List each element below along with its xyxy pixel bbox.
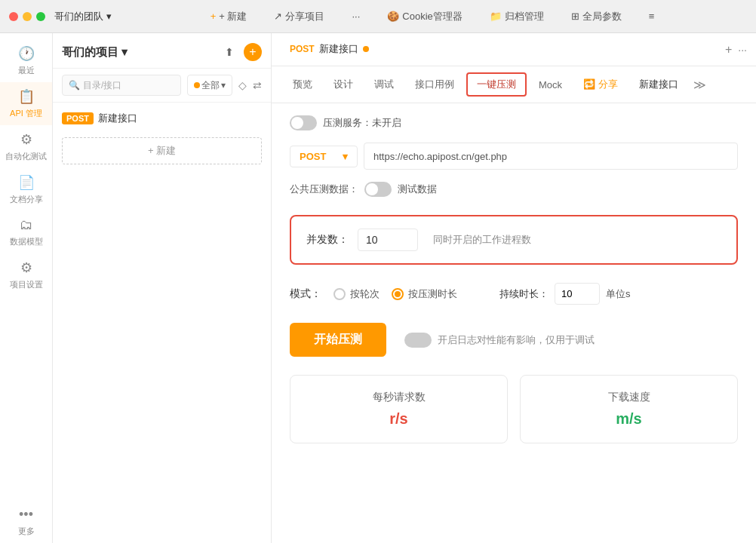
public-data-toggle[interactable]	[364, 182, 392, 197]
sidebar-item-data[interactable]: 🗂 数据模型	[0, 211, 52, 253]
sidebar-item-more[interactable]: ••• 更多	[0, 501, 52, 543]
pressure-service-row: 压测服务：未开启	[290, 115, 738, 130]
tab-mock[interactable]: Mock	[530, 75, 571, 94]
service-toggle[interactable]	[290, 115, 317, 130]
api-icon: 📋	[18, 88, 35, 105]
tab-share[interactable]: 🔁 分享	[574, 74, 627, 95]
more-button[interactable]: ···	[346, 8, 366, 25]
traffic-lights	[9, 12, 45, 21]
add-button[interactable]: +	[244, 43, 262, 61]
stat-card-speed: 下载速度 m/s	[520, 375, 738, 443]
method-select[interactable]: POST ▾	[290, 146, 358, 167]
content-area: POST 新建接口 + ··· 预览 设计 调试 接口用例 一键压测 Mock …	[272, 33, 756, 543]
stats-row: 每秒请求数 r/s 下载速度 m/s	[290, 375, 738, 443]
sidebar: 🕐 最近 📋 API 管理 ⚙ 自动化测试 📄 文档分享 🗂 数据模型 ⚙ 项目…	[0, 33, 53, 543]
more-icon: •••	[19, 507, 33, 523]
data-icon: 🗂	[20, 217, 33, 233]
tab-bar: POST 新建接口 + ···	[272, 33, 756, 66]
tab-new-api[interactable]: 新建接口	[630, 74, 687, 95]
url-row: POST ▾	[290, 143, 738, 170]
add-tab-button[interactable]: +	[725, 43, 732, 57]
sub-tab-more-icon[interactable]: ≫	[693, 78, 706, 92]
start-row: 开始压测 开启日志对性能有影响，仅用于调试	[290, 323, 738, 357]
minimize-btn[interactable]	[23, 12, 32, 21]
api-section-header: POST 新建接口	[53, 106, 271, 131]
stat-rps-title: 每秒请求数	[309, 391, 489, 404]
duration-input[interactable]	[555, 283, 600, 305]
test-data-button[interactable]: 测试数据	[398, 183, 437, 196]
duration-label: 持续时长：	[499, 287, 549, 301]
new-api-button[interactable]: + 新建	[62, 137, 262, 164]
mode-label: 模式：	[290, 287, 321, 301]
main-layout: 🕐 最近 📋 API 管理 ⚙ 自动化测试 📄 文档分享 🗂 数据模型 ⚙ 项目…	[0, 33, 756, 543]
tab-preview[interactable]: 预览	[284, 74, 321, 95]
active-tab[interactable]: POST 新建接口	[281, 33, 378, 66]
log-label: 开启日志对性能有影响，仅用于调试	[438, 333, 595, 347]
close-btn[interactable]	[9, 12, 18, 21]
mode-row: 模式： 按轮次 按压测时长 持续时长： 单位s	[290, 283, 738, 305]
project-header: 哥们的项目 ▾ ⬆ +	[53, 33, 271, 69]
stat-rps-value: r/s	[309, 410, 489, 428]
project-actions: ⬆ +	[220, 42, 262, 62]
radio-group: 按轮次 按压测时长	[333, 287, 457, 301]
tab-actions: + ···	[725, 43, 747, 57]
project-panel: 哥们的项目 ▾ ⬆ + 🔍 目录/接口 全部 ▾ ◇ ⇄ POST	[53, 33, 272, 543]
titlebar: 哥们的团队 ▾ + + 新建 ↗ 分享项目 ··· 🍪 Cookie管理器 📁 …	[0, 0, 756, 33]
duration-group: 持续时长： 单位s	[499, 283, 631, 305]
sidebar-item-recent[interactable]: 🕐 最近	[0, 39, 52, 82]
project-title: 哥们的项目 ▾	[62, 45, 214, 60]
titlebar-center: + + 新建 ↗ 分享项目 ··· 🍪 Cookie管理器 📁 归档管理 ⊞ 全…	[118, 7, 747, 26]
radio-rounds[interactable]: 按轮次	[333, 287, 380, 301]
service-label: 压测服务：未开启	[323, 116, 401, 130]
duration-unit: 单位s	[606, 287, 631, 301]
filter-all-dropdown[interactable]: 全部 ▾	[187, 75, 232, 96]
sub-tabs: 预览 设计 调试 接口用例 一键压测 Mock 🔁 分享 新建接口 ≫	[272, 66, 756, 103]
doc-icon: 📄	[18, 174, 35, 191]
filter-dot	[194, 82, 200, 88]
auto-icon: ⚙	[20, 131, 32, 148]
tab-usage[interactable]: 接口用例	[406, 74, 463, 95]
log-toggle[interactable]	[404, 333, 432, 348]
public-data-row: 公共压测数据： 测试数据	[290, 182, 738, 197]
maximize-btn[interactable]	[36, 12, 45, 21]
tab-stress[interactable]: 一键压测	[466, 72, 527, 97]
sidebar-item-settings[interactable]: ⚙ 项目设置	[0, 253, 52, 296]
url-input[interactable]	[364, 143, 738, 170]
sidebar-item-api[interactable]: 📋 API 管理	[0, 82, 52, 125]
concurrent-desc: 同时开启的工作进程数	[433, 233, 531, 247]
diamond-filter-icon[interactable]: ◇	[238, 79, 247, 91]
sort-icon[interactable]: ⇄	[253, 79, 262, 91]
stat-speed-title: 下载速度	[539, 391, 719, 404]
start-stress-button[interactable]: 开始压测	[290, 323, 386, 357]
log-toggle-row: 开启日志对性能有影响，仅用于调试	[404, 333, 595, 348]
upload-button[interactable]: ⬆	[220, 42, 239, 62]
concurrent-row: 并发数： 同时开启的工作进程数	[290, 215, 738, 265]
search-input[interactable]: 🔍 目录/接口	[62, 75, 181, 96]
settings-icon: ⚙	[20, 259, 32, 276]
content-body: 压测服务：未开启 POST ▾ 公共压测数据： 测试数据 并发数： 同时开	[272, 103, 756, 543]
tab-dot	[363, 46, 369, 52]
recent-icon: 🕐	[18, 45, 35, 62]
share-project-button[interactable]: ↗ 分享项目	[268, 7, 330, 26]
concurrent-input[interactable]	[358, 229, 418, 251]
tab-design[interactable]: 设计	[324, 74, 362, 95]
tab-more-button[interactable]: ···	[738, 44, 747, 56]
sidebar-item-auto[interactable]: ⚙ 自动化测试	[0, 125, 52, 168]
cookie-button[interactable]: 🍪 Cookie管理器	[381, 7, 468, 26]
sidebar-item-doc[interactable]: 📄 文档分享	[0, 168, 52, 211]
stat-card-rps: 每秒请求数 r/s	[290, 375, 508, 443]
archive-button[interactable]: 📁 归档管理	[484, 7, 550, 26]
search-bar: 🔍 目录/接口 全部 ▾ ◇ ⇄	[53, 69, 271, 103]
radio-rounds-circle	[333, 288, 346, 300]
api-list: POST 新建接口 + 新建	[53, 103, 271, 543]
concurrent-label: 并发数：	[306, 233, 349, 247]
global-params-button[interactable]: ⊞ 全局参数	[565, 7, 628, 26]
team-name[interactable]: 哥们的团队 ▾	[54, 10, 112, 23]
menu-button[interactable]: ≡	[643, 8, 661, 25]
radio-duration[interactable]: 按压测时长	[392, 287, 457, 301]
new-button[interactable]: + + 新建	[204, 7, 254, 26]
stat-speed-value: m/s	[539, 410, 719, 428]
tab-debug[interactable]: 调试	[365, 74, 403, 95]
radio-duration-circle	[392, 288, 404, 300]
